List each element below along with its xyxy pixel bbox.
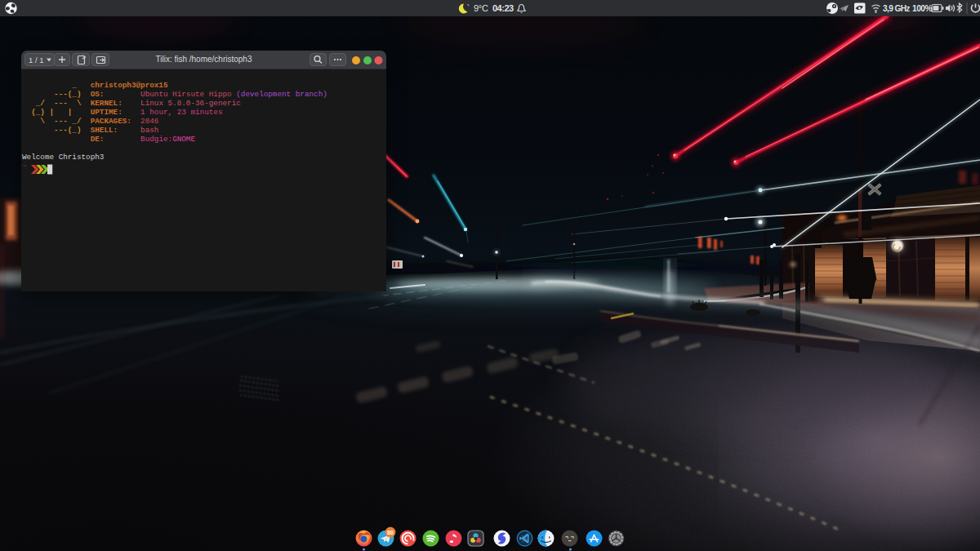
svg-text:80: 80	[387, 530, 394, 535]
svg-text:1 / 1: 1 / 1	[29, 56, 44, 64]
